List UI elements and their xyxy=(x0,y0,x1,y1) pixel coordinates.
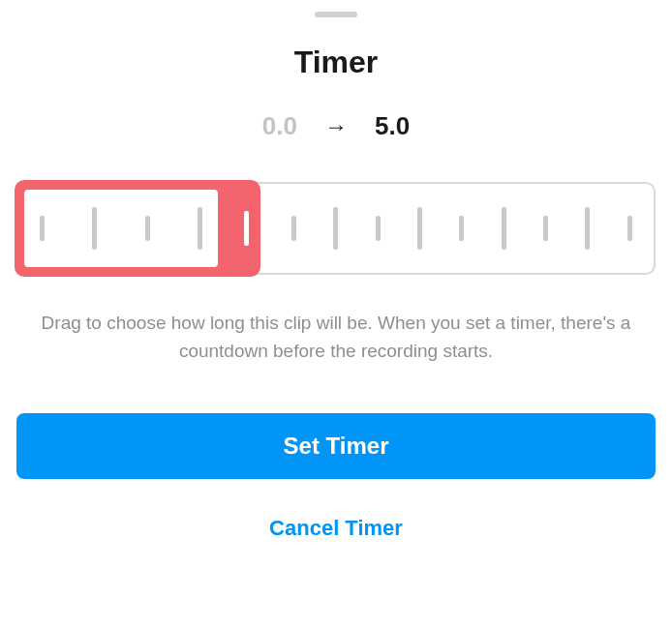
arrow-right-icon: → xyxy=(324,113,348,140)
tick-mark xyxy=(198,207,202,250)
timer-slider[interactable] xyxy=(16,182,656,275)
tick-mark xyxy=(376,216,381,241)
tick-mark xyxy=(417,207,422,250)
tick-mark xyxy=(627,216,632,241)
slider-selection[interactable] xyxy=(15,180,260,277)
tick-mark xyxy=(585,207,590,250)
sheet-drag-handle[interactable] xyxy=(315,12,357,17)
slider-handle[interactable] xyxy=(244,211,249,246)
tick-mark xyxy=(502,207,506,250)
tick-mark xyxy=(543,216,548,241)
selection-inner xyxy=(24,190,218,267)
tick-mark xyxy=(92,207,97,250)
tick-mark xyxy=(333,207,338,250)
time-end-value: 5.0 xyxy=(375,111,410,141)
tick-mark xyxy=(145,216,150,241)
tick-mark xyxy=(40,216,45,241)
tick-mark xyxy=(459,216,464,241)
page-title: Timer xyxy=(0,45,672,80)
set-timer-button[interactable]: Set Timer xyxy=(16,413,656,479)
time-start-value: 0.0 xyxy=(262,111,297,141)
time-range-display: 0.0 → 5.0 xyxy=(0,111,672,141)
selection-ticks xyxy=(40,207,202,250)
cancel-timer-button[interactable]: Cancel Timer xyxy=(260,506,412,551)
tick-mark xyxy=(291,216,296,241)
description-text: Drag to choose how long this clip will b… xyxy=(27,310,645,365)
